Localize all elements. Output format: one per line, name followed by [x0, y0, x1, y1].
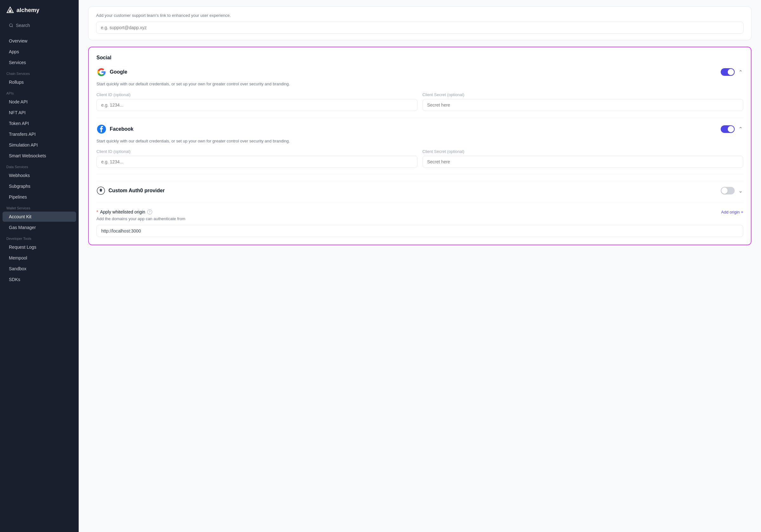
sidebar-item-account-kit[interactable]: Account Kit [3, 211, 76, 222]
google-client-id-group: Client ID (optional) [96, 92, 417, 111]
facebook-client-secret-group: Client Secret (optional) [423, 149, 743, 168]
origin-required-star: * [96, 209, 98, 214]
sidebar-item-sdks[interactable]: SDKs [3, 274, 76, 284]
logo: alchemy [0, 0, 79, 19]
sidebar-item-apps[interactable]: Apps [3, 47, 76, 57]
support-link-description: Add your customer support team's link to… [96, 13, 743, 18]
google-client-id-label: Client ID (optional) [96, 92, 417, 97]
origin-help-icon[interactable]: ? [147, 209, 152, 214]
sidebar-item-node-api[interactable]: Node API [3, 97, 76, 107]
sidebar-item-rollups[interactable]: Rollups [3, 77, 76, 87]
origin-header: * Apply whitelisted origin ? Add origin … [96, 209, 743, 214]
google-provider-header: Google ⌃ [96, 67, 743, 77]
logo-text: alchemy [17, 7, 39, 14]
search-button[interactable]: Search [5, 20, 74, 30]
sidebar-item-subgraphs[interactable]: Subgraphs [3, 181, 76, 191]
support-link-card: Add your customer support team's link to… [88, 6, 751, 40]
svg-line-3 [12, 26, 13, 27]
custom-auth0-section: Custom Auth0 provider ⌄ [96, 181, 743, 196]
facebook-provider-right: ⌃ [721, 125, 743, 133]
facebook-provider-left: Facebook [96, 124, 134, 134]
sidebar-item-gas-manager[interactable]: Gas Manager [3, 222, 76, 233]
google-provider-left: Google [96, 67, 127, 77]
sidebar-item-simulation-api[interactable]: Simulation API [3, 140, 76, 150]
google-toggle-thumb [728, 69, 734, 75]
facebook-provider-description: Start quickly with our default credentia… [96, 138, 743, 144]
facebook-credentials-row: Client ID (optional) Client Secret (opti… [96, 149, 743, 168]
google-client-secret-input[interactable] [423, 99, 743, 111]
add-origin-button[interactable]: Add origin + [721, 210, 743, 214]
svg-point-7 [100, 189, 101, 190]
facebook-toggle[interactable] [721, 125, 735, 133]
facebook-logo-icon [96, 124, 107, 134]
origin-description: Add the domains your app can authenticat… [96, 216, 743, 221]
facebook-provider-section: Facebook ⌃ Start quickly with our defaul… [96, 124, 743, 175]
facebook-collapse-button[interactable]: ⌃ [738, 125, 743, 133]
google-logo-icon [96, 67, 107, 77]
sidebar-item-pipelines[interactable]: Pipelines [3, 192, 76, 202]
chain-services-label: Chain Services [0, 68, 79, 77]
facebook-provider-header: Facebook ⌃ [96, 124, 743, 134]
data-services-label: Data Services [0, 161, 79, 170]
google-toggle[interactable] [721, 68, 735, 76]
svg-point-2 [10, 24, 12, 27]
search-label: Search [16, 23, 30, 28]
search-icon [9, 23, 13, 28]
custom-auth0-toggle[interactable] [721, 187, 735, 195]
social-section-title: Social [96, 55, 743, 61]
custom-auth0-icon [96, 186, 105, 195]
google-client-secret-group: Client Secret (optional) [423, 92, 743, 111]
facebook-client-id-input[interactable] [96, 156, 417, 168]
sidebar-item-token-api[interactable]: Token API [3, 118, 76, 129]
wallet-services-label: Wallet Services [0, 203, 79, 211]
facebook-client-id-label: Client ID (optional) [96, 149, 417, 154]
sidebar: alchemy Search Overview Apps Services Ch… [0, 0, 79, 532]
sidebar-item-sandbox[interactable]: Sandbox [3, 264, 76, 274]
sidebar-item-smart-websockets[interactable]: Smart Websockets [3, 151, 76, 161]
sidebar-item-services[interactable]: Services [3, 57, 76, 68]
support-email-input[interactable] [96, 22, 743, 33]
google-provider-section: Google ⌃ Start quickly with our default … [96, 67, 743, 118]
sidebar-item-mempool[interactable]: Mempool [3, 253, 76, 263]
origin-title-text: Apply whitelisted origin [100, 209, 145, 214]
custom-auth0-left: Custom Auth0 provider [96, 186, 165, 195]
facebook-client-id-group: Client ID (optional) [96, 149, 417, 168]
sidebar-item-webhooks[interactable]: Webhooks [3, 170, 76, 181]
apis-label: APIs [0, 88, 79, 96]
sidebar-item-nft-api[interactable]: NFT API [3, 107, 76, 118]
custom-auth0-toggle-thumb [721, 188, 728, 194]
sidebar-item-overview[interactable]: Overview [3, 36, 76, 46]
sidebar-item-transfers-api[interactable]: Transfers API [3, 129, 76, 139]
whitelisted-origin-section: * Apply whitelisted origin ? Add origin … [96, 203, 743, 237]
origin-title: * Apply whitelisted origin ? [96, 209, 152, 214]
developer-tools-label: Developer Tools [0, 233, 79, 242]
main-content: Add your customer support team's link to… [79, 0, 761, 532]
google-client-id-input[interactable] [96, 99, 417, 111]
google-collapse-button[interactable]: ⌃ [738, 69, 743, 76]
sidebar-item-request-logs[interactable]: Request Logs [3, 242, 76, 252]
facebook-provider-name: Facebook [110, 126, 134, 132]
custom-auth0-right: ⌄ [721, 187, 743, 195]
google-client-secret-label: Client Secret (optional) [423, 92, 743, 97]
custom-auth0-expand-button[interactable]: ⌄ [738, 187, 743, 195]
origin-input[interactable] [96, 225, 743, 237]
alchemy-logo-icon [6, 6, 14, 14]
google-provider-right: ⌃ [721, 68, 743, 76]
social-card: Social Google [88, 47, 751, 245]
google-provider-name: Google [110, 69, 127, 75]
google-credentials-row: Client ID (optional) Client Secret (opti… [96, 92, 743, 111]
facebook-toggle-thumb [728, 126, 734, 132]
facebook-client-secret-input[interactable] [423, 156, 743, 168]
facebook-client-secret-label: Client Secret (optional) [423, 149, 743, 154]
google-provider-description: Start quickly with our default credentia… [96, 81, 743, 87]
custom-auth0-name: Custom Auth0 provider [108, 188, 165, 194]
